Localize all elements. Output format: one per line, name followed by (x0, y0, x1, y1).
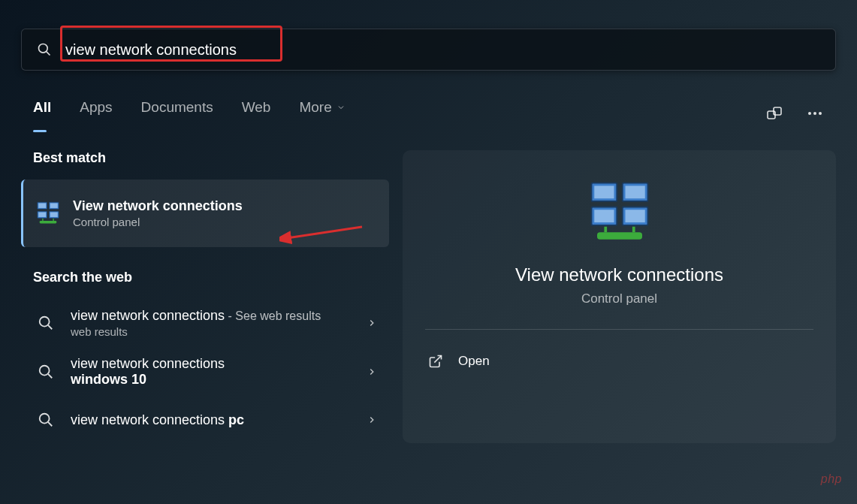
detail-title: View network connections (515, 264, 723, 285)
tab-more[interactable]: More (299, 99, 345, 128)
svg-rect-31 (625, 210, 644, 222)
svg-rect-29 (594, 210, 614, 222)
web-result[interactable]: view network connections pc (21, 397, 389, 443)
tab-all[interactable]: All (33, 99, 51, 128)
svg-line-19 (48, 325, 52, 329)
tab-documents[interactable]: Documents (141, 99, 213, 128)
svg-line-35 (434, 356, 441, 363)
chevron-right-icon (367, 367, 377, 377)
chevron-down-icon (336, 103, 346, 112)
web-result-line2: web results (71, 325, 321, 338)
search-icon (33, 407, 59, 433)
search-icon (37, 42, 52, 57)
svg-rect-32 (597, 232, 642, 239)
svg-rect-14 (50, 213, 58, 217)
tab-more-label: More (299, 99, 331, 116)
svg-point-4 (808, 112, 811, 115)
web-result-bold: pc (228, 412, 244, 427)
svg-rect-10 (50, 204, 58, 208)
open-action-label: Open (458, 354, 490, 369)
best-match-title: View network connections (73, 198, 243, 214)
filter-tabs: All Apps Documents Web More (0, 99, 857, 128)
web-result-bold: windows 10 (71, 372, 225, 388)
tab-web[interactable]: Web (242, 99, 271, 128)
search-icon (33, 359, 59, 385)
search-icon (33, 310, 59, 336)
chevron-right-icon (367, 415, 377, 425)
web-result-text: view network connections (71, 356, 225, 371)
svg-point-0 (39, 44, 48, 53)
network-connections-icon-large (586, 179, 653, 246)
network-connections-icon (35, 201, 61, 226)
svg-point-18 (40, 317, 50, 327)
svg-line-1 (47, 52, 50, 56)
best-match-subtitle: Control panel (73, 216, 243, 228)
more-options-icon[interactable] (806, 104, 824, 122)
watermark: php (821, 472, 842, 486)
section-best-match: Best match (33, 150, 389, 166)
search-input[interactable] (65, 41, 820, 59)
tab-apps[interactable]: Apps (80, 99, 112, 128)
svg-line-21 (48, 374, 52, 378)
web-result-text: view network connections (71, 308, 225, 323)
best-match-result[interactable]: View network connections Control panel (21, 180, 389, 247)
search-box[interactable] (21, 29, 836, 71)
svg-rect-8 (38, 204, 46, 208)
open-external-icon (428, 354, 443, 369)
svg-rect-12 (38, 213, 46, 217)
svg-point-22 (40, 414, 50, 424)
org-search-icon[interactable] (765, 104, 783, 122)
open-action[interactable]: Open (425, 348, 813, 375)
detail-subtitle: Control panel (581, 291, 657, 306)
svg-line-23 (48, 422, 52, 426)
web-result[interactable]: view network connections - See web resul… (21, 299, 389, 347)
svg-rect-27 (625, 186, 644, 198)
svg-rect-25 (594, 186, 614, 198)
svg-point-6 (819, 112, 822, 115)
svg-point-5 (813, 112, 816, 115)
detail-pane: View network connections Control panel O… (403, 150, 836, 443)
web-result-suffix: - See web results (225, 309, 321, 322)
chevron-right-icon (367, 318, 377, 328)
web-result-text: view network connections (71, 412, 228, 427)
svg-point-20 (40, 366, 50, 376)
svg-rect-15 (40, 221, 57, 224)
web-result[interactable]: view network connections windows 10 (21, 347, 389, 397)
section-search-web: Search the web (33, 270, 389, 285)
results-left-pane: Best match View network co (21, 150, 389, 443)
divider (425, 329, 813, 330)
